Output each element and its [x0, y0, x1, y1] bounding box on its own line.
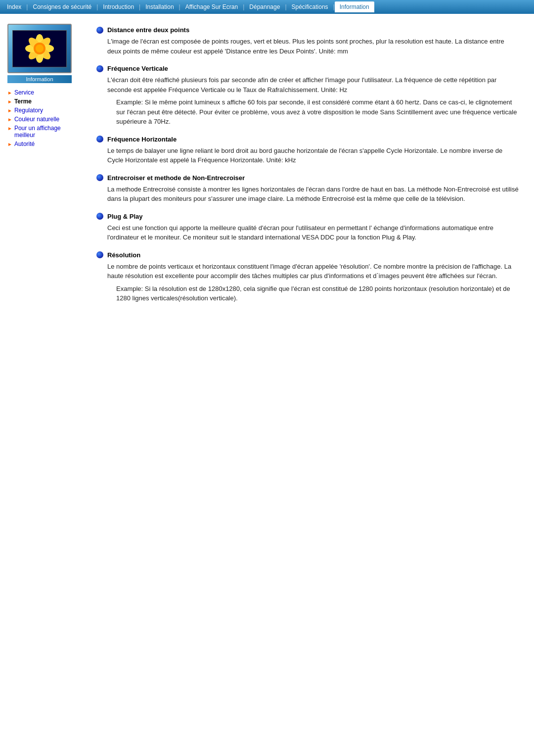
monitor-display — [12, 30, 67, 67]
nav-specifications[interactable]: Spécifications — [287, 1, 333, 12]
arrow-icon-service: ► — [7, 90, 12, 95]
section-body-plug: Ceci est une fonction qui apporte la mei… — [107, 223, 519, 242]
nav-depannage[interactable]: Dépannage — [244, 1, 285, 12]
nav-installation[interactable]: Installation — [140, 1, 178, 12]
arrow-icon-terme: ► — [7, 99, 12, 104]
section-title-freq-h: Fréquence Horizontale — [96, 136, 519, 143]
sidebar-nav: ► Service ► Terme ► Regulatory ► C — [7, 89, 82, 147]
nav-introduction[interactable]: Introduction — [98, 1, 139, 12]
section-plug-play: Plug & Play Ceci est une fonction qui ap… — [96, 213, 519, 242]
section-body-distance: L'image de l'écran est composée de point… — [107, 37, 519, 56]
sidebar: Information ► Service ► Terme ► Regulato… — [0, 19, 87, 320]
main-container: Information ► Service ► Terme ► Regulato… — [0, 14, 534, 325]
arrow-icon-regulatory: ► — [7, 108, 12, 113]
nav-consignes[interactable]: Consignes de sécurité — [28, 1, 96, 12]
sidebar-item-autorite[interactable]: ► Autorité — [7, 141, 82, 147]
nav-affichage[interactable]: Affichage Sur Ecran — [180, 1, 243, 12]
bullet-distance — [96, 27, 103, 34]
bullet-plug — [96, 213, 103, 220]
arrow-icon-affichage: ► — [7, 126, 12, 131]
sidebar-item-affichage[interactable]: ► Pour un affichage meilleur — [7, 125, 82, 139]
sidebar-item-couleur[interactable]: ► Couleur naturelle — [7, 116, 82, 123]
sidebar-link-affichage[interactable]: ► Pour un affichage meilleur — [7, 125, 82, 139]
section-freq-verticale: Fréquence Verticale L'écran doit être ré… — [96, 65, 519, 127]
section-title-entrecroiser: Entrecroiser et methode de Non-Entrecroi… — [96, 174, 519, 182]
svg-point-9 — [36, 45, 44, 52]
sidebar-link-regulatory[interactable]: ► Regulatory — [7, 107, 82, 114]
sidebar-image — [7, 24, 72, 73]
sidebar-item-terme[interactable]: ► Terme — [7, 98, 82, 105]
section-body-resolution: Le nombre de points verticaux et horizon… — [107, 262, 519, 281]
sidebar-link-autorite[interactable]: ► Autorité — [7, 141, 82, 147]
example-resolution: Example: Si la résolution est de 1280x12… — [116, 284, 519, 303]
nav-index[interactable]: Index — [2, 1, 26, 12]
sidebar-item-regulatory[interactable]: ► Regulatory — [7, 107, 82, 114]
content-area: Distance entre deux points L'image de l'… — [87, 19, 534, 320]
sidebar-link-service[interactable]: ► Service — [7, 89, 82, 96]
nav-bar: Index | Consignes de sécurité | Introduc… — [0, 0, 534, 14]
section-body-freq-v: L'écran doit être réaffiché plusieurs fo… — [107, 75, 519, 94]
flower-graphic — [20, 31, 59, 66]
bullet-freq-h — [96, 136, 103, 142]
nav-information[interactable]: Information — [335, 1, 374, 12]
section-title-resolution: Résolution — [96, 251, 519, 259]
arrow-icon-couleur: ► — [7, 117, 12, 122]
sidebar-label: Information — [7, 75, 72, 83]
bullet-freq-v — [96, 65, 103, 72]
bullet-entrecroiser — [96, 174, 103, 181]
section-distance: Distance entre deux points L'image de l'… — [96, 26, 519, 56]
section-resolution: Résolution Le nombre de points verticaux… — [96, 251, 519, 303]
section-entrecroiser: Entrecroiser et methode de Non-Entrecroi… — [96, 174, 519, 204]
sidebar-link-terme[interactable]: ► Terme — [7, 98, 82, 105]
sidebar-item-service[interactable]: ► Service — [7, 89, 82, 96]
sidebar-link-couleur[interactable]: ► Couleur naturelle — [7, 116, 82, 123]
section-freq-horizontale: Fréquence Horizontale Le temps de balaye… — [96, 136, 519, 165]
arrow-icon-autorite: ► — [7, 142, 12, 147]
example-freq-v: Example: Si le même point lumineux s aff… — [116, 97, 519, 127]
section-body-freq-h: Le temps de balayer une ligne reliant le… — [107, 146, 519, 165]
section-title-freq-v: Fréquence Verticale — [96, 65, 519, 72]
section-title-plug: Plug & Play — [96, 213, 519, 220]
bullet-resolution — [96, 251, 103, 258]
section-body-entrecroiser: La methode Entrecroisé consiste à montre… — [107, 185, 519, 204]
section-title-distance: Distance entre deux points — [96, 26, 519, 34]
